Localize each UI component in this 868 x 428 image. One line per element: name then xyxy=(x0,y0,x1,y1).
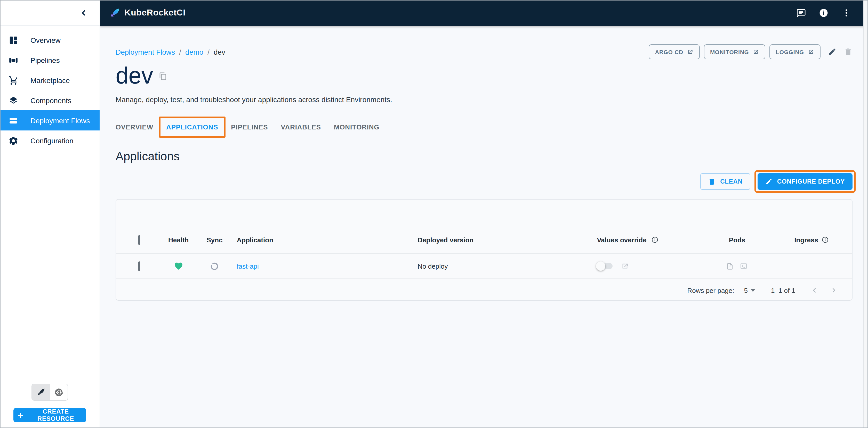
rows-per-page-value: 5 xyxy=(744,287,748,294)
clean-button[interactable]: CLEAN xyxy=(700,173,750,190)
header-ingress-label: Ingress xyxy=(794,236,818,244)
sidebar-item-label: Components xyxy=(30,96,71,104)
sidebar: Overview Pipelines Marketplace Component… xyxy=(0,0,100,428)
tab-applications[interactable]: APPLICATIONS xyxy=(166,123,218,131)
copy-name-button[interactable] xyxy=(159,72,167,80)
page-title: dev xyxy=(116,63,153,88)
external-link-icon xyxy=(808,48,814,55)
previous-page-button[interactable] xyxy=(810,286,818,294)
sidebar-item-pipelines[interactable]: Pipelines xyxy=(0,50,100,70)
delete-flow-button[interactable] xyxy=(844,47,852,56)
next-page-button[interactable] xyxy=(830,286,838,294)
pod-logs-document-icon[interactable] xyxy=(726,262,734,270)
header-deployed-version: Deployed version xyxy=(416,236,594,244)
info-outline-icon[interactable] xyxy=(651,236,658,243)
breadcrumb-deployment-flows[interactable]: Deployment Flows xyxy=(116,48,175,56)
argocd-link-button[interactable]: ARGO CD xyxy=(649,44,700,59)
logging-link-label: LOGGING xyxy=(776,49,804,55)
chevron-down-icon xyxy=(751,289,755,292)
stacked-bars-icon xyxy=(8,115,19,126)
page-title-row: dev xyxy=(116,63,852,88)
pod-terminal-icon[interactable] xyxy=(740,262,748,270)
rocket-feather-icon xyxy=(36,387,46,397)
brand[interactable]: KubeRocketCI xyxy=(110,7,186,19)
applications-table-card: Health Sync Application Deployed version… xyxy=(116,199,852,301)
sidebar-item-marketplace[interactable]: Marketplace xyxy=(0,70,100,90)
header-health: Health xyxy=(161,236,195,244)
select-all-checkbox[interactable] xyxy=(138,235,141,245)
sidebar-item-label: Pipelines xyxy=(30,56,60,64)
header-application: Application xyxy=(234,236,416,244)
pipelines-icon xyxy=(8,55,19,65)
page-scrollbar[interactable] xyxy=(863,0,868,428)
sidebar-item-configuration[interactable]: Configuration xyxy=(0,130,100,151)
open-values-external-link-icon[interactable] xyxy=(621,262,629,270)
info-outline-icon[interactable] xyxy=(822,236,829,243)
monitoring-link-label: MONITORING xyxy=(710,49,749,55)
header-sync: Sync xyxy=(195,236,234,244)
edit-flow-button[interactable] xyxy=(828,47,837,56)
sidebar-item-overview[interactable]: Overview xyxy=(0,30,100,50)
topbar: KubeRocketCI xyxy=(100,0,868,26)
application-link[interactable]: fast-api xyxy=(237,262,258,270)
table-row: fast-api No deploy xyxy=(116,254,852,279)
section-title: Applications xyxy=(116,150,852,163)
table-pagination: Rows per page: 5 1–1 of 1 xyxy=(116,279,852,302)
kuberocketci-logo-icon xyxy=(110,7,121,19)
rows-per-page-label: Rows per page: xyxy=(687,287,734,294)
header-values-override: Values override xyxy=(594,236,708,244)
header-pods: Pods xyxy=(708,236,767,244)
rows-per-page-select[interactable]: 5 xyxy=(744,287,755,294)
plus-icon xyxy=(17,411,24,419)
kubernetes-wheel-icon xyxy=(54,387,64,397)
clean-button-label: CLEAN xyxy=(720,178,743,185)
breadcrumb-demo[interactable]: demo xyxy=(185,48,203,56)
deployed-version-cell: No deploy xyxy=(416,262,594,270)
tab-overview[interactable]: OVERVIEW xyxy=(116,123,153,131)
breadcrumb-current: dev xyxy=(214,48,225,56)
external-link-icon xyxy=(687,48,693,55)
table-header-row: Health Sync Application Deployed version… xyxy=(116,226,852,254)
tab-bar: OVERVIEW APPLICATIONS PIPELINES VARIABLE… xyxy=(116,123,852,131)
dashboard-icon xyxy=(8,35,19,45)
header-values-override-label: Values override xyxy=(597,236,646,244)
feedback-chat-icon[interactable] xyxy=(796,8,806,18)
create-resource-button[interactable]: CREATE RESOURCE xyxy=(13,408,86,422)
info-icon[interactable] xyxy=(818,8,829,18)
main-content: ARGO CD MONITORING LOGGING xyxy=(100,26,868,428)
sidebar-header xyxy=(0,0,100,26)
app-window: Overview Pipelines Marketplace Component… xyxy=(0,0,868,428)
cart-icon xyxy=(8,75,19,85)
table-actions: CLEAN CONFIGURE DEPLOY xyxy=(116,173,852,190)
sync-status-icon xyxy=(210,261,220,271)
create-resource-label: CREATE RESOURCE xyxy=(28,408,83,422)
app-title: KubeRocketCI xyxy=(124,8,186,18)
gear-icon xyxy=(8,135,19,146)
configure-deploy-label: CONFIGURE DEPLOY xyxy=(777,178,845,185)
values-override-toggle[interactable] xyxy=(597,261,613,271)
collapse-sidebar-icon[interactable] xyxy=(79,8,88,17)
tab-pipelines[interactable]: PIPELINES xyxy=(231,123,268,131)
sidebar-item-deployment-flows[interactable]: Deployment Flows xyxy=(0,110,100,130)
pencil-icon xyxy=(828,47,837,56)
pagination-range: 1–1 of 1 xyxy=(771,287,795,294)
trash-icon xyxy=(708,178,715,186)
theme-option-kuberocketci[interactable] xyxy=(32,384,50,400)
breadcrumb-separator: / xyxy=(179,48,181,56)
pencil-icon xyxy=(765,178,773,185)
sidebar-item-components[interactable]: Components xyxy=(0,90,100,110)
header-ingress: Ingress xyxy=(766,236,852,244)
topbar-actions xyxy=(796,8,851,18)
monitoring-link-button[interactable]: MONITORING xyxy=(704,44,766,59)
configure-deploy-button[interactable]: CONFIGURE DEPLOY xyxy=(757,173,852,190)
kebab-menu-icon[interactable] xyxy=(841,8,851,18)
tab-variables[interactable]: VARIABLES xyxy=(281,123,321,131)
sidebar-nav: Overview Pipelines Marketplace Component… xyxy=(0,30,100,151)
row-checkbox[interactable] xyxy=(138,261,141,271)
page-description: Manage, deploy, test, and troubleshoot y… xyxy=(116,95,852,104)
theme-option-kubernetes[interactable] xyxy=(50,384,68,400)
tab-monitoring[interactable]: MONITORING xyxy=(334,123,379,131)
copy-icon xyxy=(159,72,167,80)
logging-link-button[interactable]: LOGGING xyxy=(770,44,821,59)
breadcrumb-separator: / xyxy=(208,48,210,56)
